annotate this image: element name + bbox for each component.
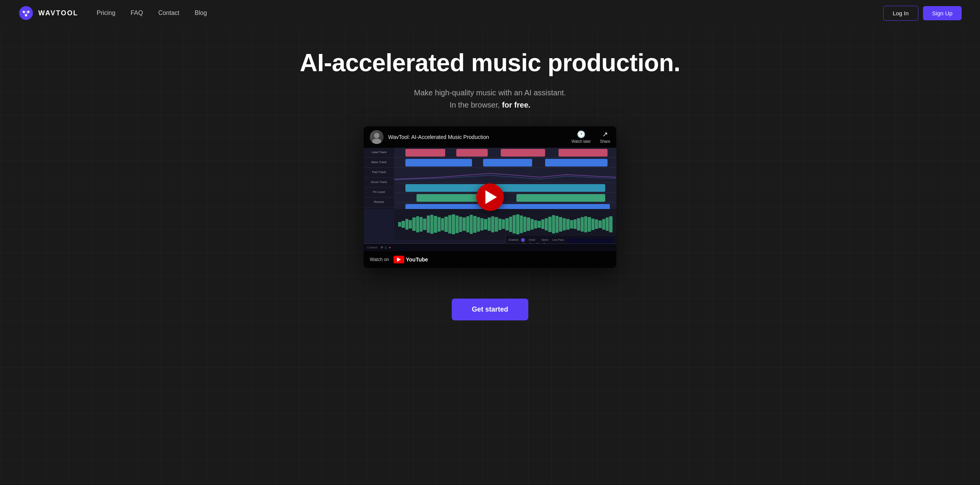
- waveform-bar: [498, 219, 501, 230]
- youtube-logo[interactable]: YouTube: [394, 256, 428, 263]
- watch-on-label: Watch on: [370, 257, 389, 262]
- waveform-bar: [584, 216, 587, 232]
- track-row-2: [394, 158, 616, 168]
- waveform-bar: [456, 216, 459, 233]
- track-row-4: [394, 183, 616, 193]
- waveform-bar: [531, 219, 534, 230]
- waveform-bar: [598, 220, 601, 228]
- waveform-bar: [448, 215, 451, 234]
- svg-point-8: [372, 139, 381, 144]
- hero-subtitle-line2-plain: In the browser,: [449, 101, 502, 109]
- nav-link-pricing[interactable]: Pricing: [96, 10, 115, 16]
- signup-button[interactable]: Sign Up: [923, 6, 962, 20]
- svg-point-0: [19, 6, 33, 20]
- waveform-area: [394, 209, 616, 240]
- waveform-bar: [570, 220, 573, 229]
- login-button[interactable]: Log In: [883, 6, 918, 21]
- waveform-bar: [609, 216, 612, 232]
- waveform-bar: [516, 214, 519, 234]
- waveform-bar: [409, 220, 412, 229]
- youtube-top-bar: WavTool: AI-Accelerated Music Production…: [364, 126, 616, 148]
- waveform-bar: [477, 217, 480, 232]
- waveform-bar: [566, 219, 569, 230]
- waveform-bar: [559, 217, 562, 232]
- nav-left: WAVTOOL Pricing FAQ Contact Blog: [18, 5, 207, 21]
- synth-label-enabled: Enabled: [508, 238, 519, 241]
- chatbot-controls: ⚙ ◻ ●: [381, 246, 391, 249]
- nav-link-blog[interactable]: Blog: [195, 10, 207, 16]
- logo-text: WAVTOOL: [38, 9, 78, 17]
- watch-later-button[interactable]: 🕐 Watch later: [572, 130, 591, 144]
- track-labels: Lead Track Bass Track Pad Track Drum Tra…: [364, 148, 394, 209]
- nav-link-faq[interactable]: FAQ: [131, 10, 143, 16]
- track-row-1: [394, 148, 616, 158]
- track-label-1: Lead Track: [364, 148, 394, 158]
- waveform-bar: [548, 217, 551, 232]
- waveform-bar: [502, 219, 505, 229]
- waveform-bar: [398, 222, 401, 227]
- waveform-bar: [427, 216, 430, 233]
- waveform-bar: [588, 217, 591, 232]
- hero-subtitle: Make high-quality music with an AI assis…: [414, 87, 566, 111]
- waveform-bar: [534, 220, 537, 229]
- watch-later-label: Watch later: [572, 139, 591, 144]
- waveform-bar: [545, 218, 548, 230]
- waveform-bar: [470, 215, 473, 234]
- youtube-logo-icon: [394, 256, 404, 263]
- track-label-2: Bass Track: [364, 158, 394, 168]
- logo-icon: [18, 5, 34, 21]
- track-area: [394, 148, 616, 209]
- waveform-bar: [480, 218, 483, 230]
- svg-point-7: [374, 133, 379, 138]
- waveform-bar: [555, 216, 559, 233]
- waveform-bar: [430, 215, 433, 234]
- synth-label-lowpass: Low Pass: [552, 238, 564, 241]
- synth-label-band: Band: [539, 238, 551, 241]
- track-row-5: [394, 193, 616, 203]
- waveform-bar: [459, 217, 462, 232]
- waveform-bar: [573, 219, 577, 229]
- chatbot-label: Chatbot: [367, 246, 377, 249]
- waveform-bar: [420, 217, 423, 232]
- video-embed: WavTool: AI-Accelerated Music Production…: [364, 126, 616, 268]
- play-icon: [485, 190, 497, 204]
- waveform-bar: [488, 217, 491, 231]
- track-row-3: [394, 168, 616, 183]
- waveform-bar: [581, 217, 584, 232]
- hero-title: AI-accelerated music production.: [300, 49, 680, 77]
- waveform-bar: [527, 217, 530, 231]
- waveform-bar: [520, 216, 523, 233]
- track-label-3: Pad Track: [364, 168, 394, 178]
- waveform-bar: [416, 216, 419, 232]
- nav-link-contact[interactable]: Contact: [158, 10, 179, 16]
- waveform-bar: [537, 221, 541, 228]
- waveform-bar: [552, 215, 555, 234]
- waveform-bar: [505, 218, 508, 230]
- cta-section: Get started: [0, 295, 980, 336]
- watch-later-icon: 🕐: [577, 130, 585, 139]
- synth-knob-1: [521, 238, 525, 242]
- waveform-bar: [441, 218, 444, 230]
- hero-subtitle-bold: for free.: [502, 101, 530, 109]
- synth-label-chart: Chart: [526, 238, 538, 241]
- logo[interactable]: WAVTOOL: [18, 5, 78, 21]
- channel-avatar: [370, 130, 384, 144]
- track-label-4: Drum Track: [364, 178, 394, 188]
- waveform-bar: [405, 219, 408, 230]
- waveform-bar: [495, 217, 498, 232]
- waveform-bar: [606, 217, 609, 231]
- youtube-bottom-bar: Watch on YouTube: [364, 251, 616, 268]
- waveform-bar: [412, 217, 415, 231]
- video-container[interactable]: WavTool: AI-Accelerated Music Production…: [364, 126, 616, 268]
- get-started-button[interactable]: Get started: [452, 299, 528, 320]
- waveform-bar: [402, 221, 405, 228]
- waveform-bars: [398, 213, 612, 236]
- waveform-bar: [462, 217, 466, 231]
- share-icon: ↗: [602, 130, 608, 139]
- video-title: WavTool: AI-Accelerated Music Production: [388, 134, 567, 140]
- waveform-bar: [513, 215, 516, 234]
- share-button[interactable]: ↗ Share: [600, 130, 610, 144]
- youtube-logo-text: YouTube: [406, 256, 428, 263]
- waveform-bar: [577, 218, 580, 230]
- play-button[interactable]: [476, 183, 504, 211]
